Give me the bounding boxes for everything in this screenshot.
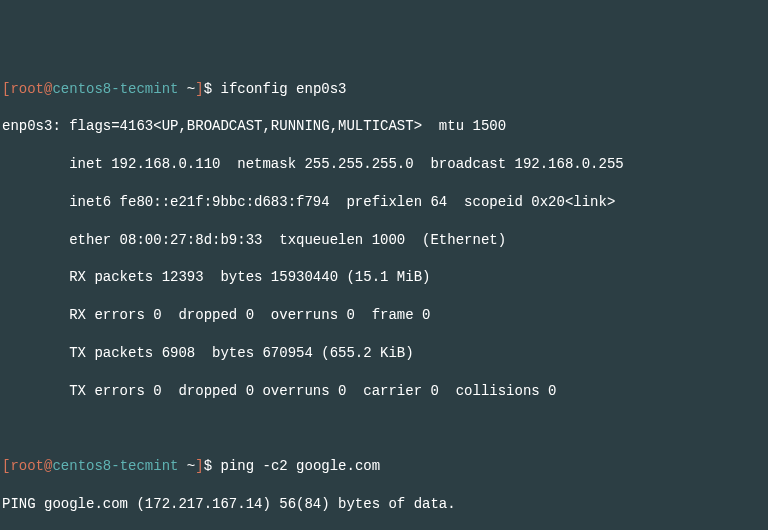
ping-output: PING google.com (172.217.167.14) 56(84) … bbox=[2, 495, 766, 514]
prompt-dollar: $ bbox=[204, 458, 221, 474]
prompt-tilde: ~ bbox=[178, 81, 195, 97]
prompt-host: centos8-tecmint bbox=[52, 81, 178, 97]
ifconfig-output: enp0s3: flags=4163<UP,BROADCAST,RUNNING,… bbox=[2, 117, 766, 136]
prompt-dollar: $ bbox=[204, 81, 221, 97]
prompt-user: root bbox=[10, 458, 44, 474]
prompt-user: root bbox=[10, 81, 44, 97]
command-ping: ping -c2 google.com bbox=[220, 458, 380, 474]
prompt-host: centos8-tecmint bbox=[52, 458, 178, 474]
prompt-tilde: ~ bbox=[178, 458, 195, 474]
ifconfig-output: RX errors 0 dropped 0 overruns 0 frame 0 bbox=[2, 306, 766, 325]
ifconfig-output: ether 08:00:27:8d:b9:33 txqueuelen 1000 … bbox=[2, 231, 766, 250]
prompt-bracket-close: ] bbox=[195, 458, 203, 474]
ifconfig-output: inet 192.168.0.110 netmask 255.255.255.0… bbox=[2, 155, 766, 174]
prompt-bracket-close: ] bbox=[195, 81, 203, 97]
ifconfig-output: TX errors 0 dropped 0 overruns 0 carrier… bbox=[2, 382, 766, 401]
command-ifconfig: ifconfig enp0s3 bbox=[220, 81, 346, 97]
ifconfig-output: inet6 fe80::e21f:9bbc:d683:f794 prefixle… bbox=[2, 193, 766, 212]
ifconfig-output: TX packets 6908 bytes 670954 (655.2 KiB) bbox=[2, 344, 766, 363]
prompt-line-2[interactable]: [root@centos8-tecmint ~]$ ping -c2 googl… bbox=[2, 457, 766, 476]
prompt-line-1[interactable]: [root@centos8-tecmint ~]$ ifconfig enp0s… bbox=[2, 80, 766, 99]
blank-line bbox=[2, 420, 766, 439]
ifconfig-output: RX packets 12393 bytes 15930440 (15.1 Mi… bbox=[2, 268, 766, 287]
